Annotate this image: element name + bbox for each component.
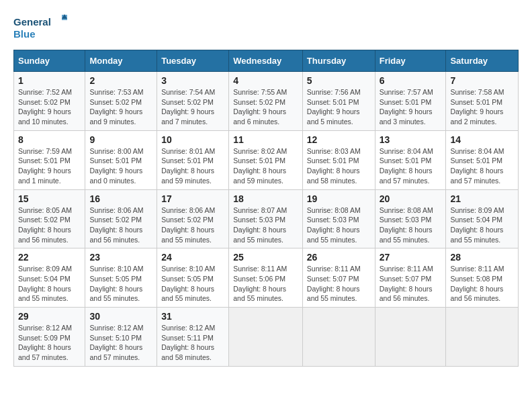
day-info: Sunrise: 7:54 AM Sunset: 5:02 PM Dayligh… (161, 87, 224, 127)
day-info: Sunrise: 7:52 AM Sunset: 5:02 PM Dayligh… (18, 87, 81, 127)
day-info: Sunrise: 8:06 AM Sunset: 5:02 PM Dayligh… (89, 205, 152, 245)
day-info: Sunrise: 7:55 AM Sunset: 5:02 PM Dayligh… (233, 87, 298, 127)
calendar-cell (375, 308, 446, 367)
day-info: Sunrise: 8:08 AM Sunset: 5:03 PM Dayligh… (307, 205, 371, 245)
day-info: Sunrise: 8:11 AM Sunset: 5:06 PM Dayligh… (233, 264, 298, 304)
day-info: Sunrise: 8:01 AM Sunset: 5:01 PM Dayligh… (161, 146, 224, 186)
day-number: 10 (161, 134, 224, 145)
weekday-header-saturday: Saturday (446, 50, 519, 72)
calendar-cell: 26 Sunrise: 8:11 AM Sunset: 5:07 PM Dayl… (302, 248, 375, 308)
weekday-header-sunday: Sunday (14, 50, 85, 72)
calendar-cell: 20 Sunrise: 8:08 AM Sunset: 5:03 PM Dayl… (375, 189, 446, 248)
day-number: 12 (307, 134, 371, 145)
calendar-cell: 1 Sunrise: 7:52 AM Sunset: 5:02 PM Dayli… (14, 72, 85, 131)
day-info: Sunrise: 8:06 AM Sunset: 5:02 PM Dayligh… (161, 205, 224, 245)
day-number: 7 (450, 75, 514, 86)
day-number: 20 (380, 193, 442, 204)
calendar-cell: 17 Sunrise: 8:06 AM Sunset: 5:02 PM Dayl… (157, 189, 229, 248)
day-info: Sunrise: 8:08 AM Sunset: 5:03 PM Dayligh… (380, 205, 442, 245)
calendar-cell (229, 308, 303, 367)
calendar-cell: 14 Sunrise: 8:04 AM Sunset: 5:01 PM Dayl… (446, 130, 519, 189)
calendar-cell: 12 Sunrise: 8:03 AM Sunset: 5:01 PM Dayl… (302, 130, 375, 189)
calendar-cell: 21 Sunrise: 8:09 AM Sunset: 5:04 PM Dayl… (446, 189, 519, 248)
day-info: Sunrise: 8:09 AM Sunset: 5:04 PM Dayligh… (18, 264, 81, 304)
weekday-header-tuesday: Tuesday (157, 50, 229, 72)
calendar-cell: 7 Sunrise: 7:58 AM Sunset: 5:01 PM Dayli… (446, 72, 519, 131)
day-info: Sunrise: 8:10 AM Sunset: 5:05 PM Dayligh… (161, 264, 224, 304)
day-number: 13 (380, 134, 442, 145)
day-number: 6 (380, 75, 442, 86)
day-info: Sunrise: 8:11 AM Sunset: 5:07 PM Dayligh… (307, 264, 371, 304)
calendar-cell: 18 Sunrise: 8:07 AM Sunset: 5:03 PM Dayl… (229, 189, 303, 248)
day-info: Sunrise: 7:53 AM Sunset: 5:02 PM Dayligh… (89, 87, 152, 127)
calendar-cell: 11 Sunrise: 8:02 AM Sunset: 5:01 PM Dayl… (229, 130, 303, 189)
day-number: 25 (233, 252, 298, 263)
day-number: 27 (380, 252, 442, 263)
day-number: 4 (233, 75, 298, 86)
day-number: 30 (89, 311, 152, 322)
day-number: 3 (161, 75, 224, 86)
day-number: 14 (450, 134, 514, 145)
logo-svg: General Blue (13, 13, 67, 43)
calendar-cell: 9 Sunrise: 8:00 AM Sunset: 5:01 PM Dayli… (85, 130, 157, 189)
day-number: 18 (233, 193, 298, 204)
calendar-cell: 3 Sunrise: 7:54 AM Sunset: 5:02 PM Dayli… (157, 72, 229, 131)
logo: General Blue (13, 13, 67, 43)
week-row-1: 1 Sunrise: 7:52 AM Sunset: 5:02 PM Dayli… (14, 72, 519, 131)
calendar-cell: 28 Sunrise: 8:11 AM Sunset: 5:08 PM Dayl… (446, 248, 519, 308)
calendar-cell: 8 Sunrise: 7:59 AM Sunset: 5:01 PM Dayli… (14, 130, 85, 189)
calendar-cell (446, 308, 519, 367)
day-info: Sunrise: 8:07 AM Sunset: 5:03 PM Dayligh… (233, 205, 298, 245)
calendar-cell: 27 Sunrise: 8:11 AM Sunset: 5:07 PM Dayl… (375, 248, 446, 308)
day-info: Sunrise: 8:03 AM Sunset: 5:01 PM Dayligh… (307, 146, 371, 186)
calendar-table: SundayMondayTuesdayWednesdayThursdayFrid… (13, 50, 519, 367)
calendar-cell: 2 Sunrise: 7:53 AM Sunset: 5:02 PM Dayli… (85, 72, 157, 131)
calendar-cell: 6 Sunrise: 7:57 AM Sunset: 5:01 PM Dayli… (375, 72, 446, 131)
calendar-cell: 10 Sunrise: 8:01 AM Sunset: 5:01 PM Dayl… (157, 130, 229, 189)
weekday-header-row: SundayMondayTuesdayWednesdayThursdayFrid… (14, 50, 519, 72)
calendar-cell: 13 Sunrise: 8:04 AM Sunset: 5:01 PM Dayl… (375, 130, 446, 189)
day-number: 19 (307, 193, 371, 204)
day-info: Sunrise: 8:11 AM Sunset: 5:08 PM Dayligh… (450, 264, 514, 304)
day-number: 1 (18, 75, 81, 86)
calendar-cell: 4 Sunrise: 7:55 AM Sunset: 5:02 PM Dayli… (229, 72, 303, 131)
day-number: 17 (161, 193, 224, 204)
day-number: 21 (450, 193, 514, 204)
calendar-cell: 19 Sunrise: 8:08 AM Sunset: 5:03 PM Dayl… (302, 189, 375, 248)
day-number: 24 (161, 252, 224, 263)
day-info: Sunrise: 8:12 AM Sunset: 5:11 PM Dayligh… (161, 323, 224, 363)
day-number: 31 (161, 311, 224, 322)
week-row-4: 22 Sunrise: 8:09 AM Sunset: 5:04 PM Dayl… (14, 248, 519, 308)
day-number: 29 (18, 311, 81, 322)
weekday-header-friday: Friday (375, 50, 446, 72)
weekday-header-thursday: Thursday (302, 50, 375, 72)
calendar-cell: 15 Sunrise: 8:05 AM Sunset: 5:02 PM Dayl… (14, 189, 85, 248)
calendar-cell: 29 Sunrise: 8:12 AM Sunset: 5:09 PM Dayl… (14, 308, 85, 367)
day-number: 22 (18, 252, 81, 263)
day-number: 5 (307, 75, 371, 86)
day-info: Sunrise: 7:57 AM Sunset: 5:01 PM Dayligh… (380, 87, 442, 127)
calendar-cell: 25 Sunrise: 8:11 AM Sunset: 5:06 PM Dayl… (229, 248, 303, 308)
weekday-header-monday: Monday (85, 50, 157, 72)
calendar-cell: 22 Sunrise: 8:09 AM Sunset: 5:04 PM Dayl… (14, 248, 85, 308)
day-number: 26 (307, 252, 371, 263)
day-info: Sunrise: 7:58 AM Sunset: 5:01 PM Dayligh… (450, 87, 514, 127)
day-info: Sunrise: 8:11 AM Sunset: 5:07 PM Dayligh… (380, 264, 442, 304)
calendar-cell: 5 Sunrise: 7:56 AM Sunset: 5:01 PM Dayli… (302, 72, 375, 131)
day-info: Sunrise: 8:05 AM Sunset: 5:02 PM Dayligh… (18, 205, 81, 245)
day-number: 23 (89, 252, 152, 263)
svg-text:General: General (13, 16, 51, 28)
week-row-5: 29 Sunrise: 8:12 AM Sunset: 5:09 PM Dayl… (14, 308, 519, 367)
weekday-header-wednesday: Wednesday (229, 50, 303, 72)
calendar-cell: 24 Sunrise: 8:10 AM Sunset: 5:05 PM Dayl… (157, 248, 229, 308)
day-number: 2 (89, 75, 152, 86)
day-info: Sunrise: 7:56 AM Sunset: 5:01 PM Dayligh… (307, 87, 371, 127)
day-info: Sunrise: 8:02 AM Sunset: 5:01 PM Dayligh… (233, 146, 298, 186)
day-number: 28 (450, 252, 514, 263)
svg-text:Blue: Blue (13, 28, 36, 40)
calendar-cell: 23 Sunrise: 8:10 AM Sunset: 5:05 PM Dayl… (85, 248, 157, 308)
day-info: Sunrise: 8:12 AM Sunset: 5:10 PM Dayligh… (89, 323, 152, 363)
day-info: Sunrise: 8:00 AM Sunset: 5:01 PM Dayligh… (89, 146, 152, 186)
day-number: 16 (89, 193, 152, 204)
calendar-cell (302, 308, 375, 367)
